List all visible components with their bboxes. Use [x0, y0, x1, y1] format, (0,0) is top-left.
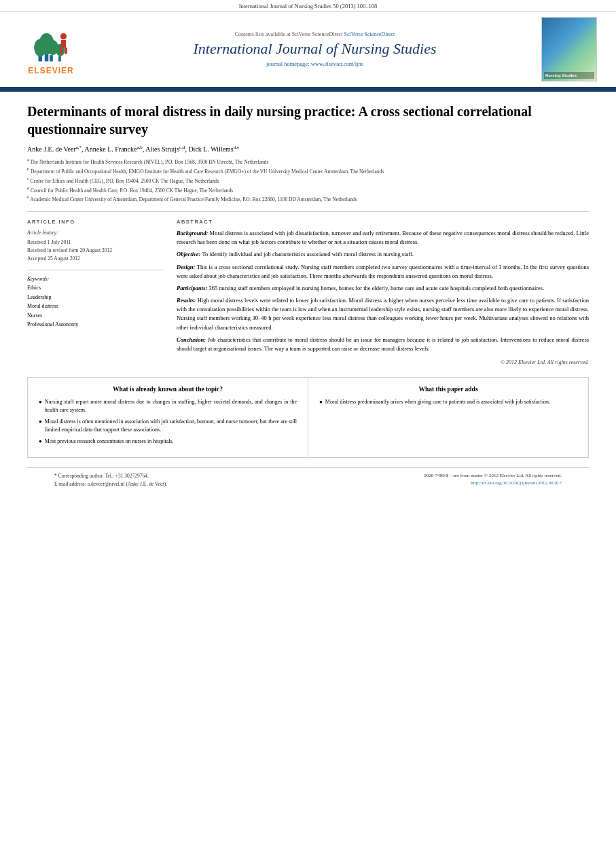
sciverse-link[interactable]: SciVerse ScienceDirect	[344, 31, 395, 37]
bullet-dot-3: ●	[39, 437, 42, 446]
bullet-dot-2: ●	[39, 418, 42, 434]
affil-a: a The Netherlands Institute for Health S…	[27, 157, 589, 166]
affil-d: d Council for Public Health and Health C…	[27, 185, 589, 194]
abstract-label: ABSTRACT	[177, 219, 589, 225]
keyword-professional-autonomy: Professional Autonomy	[27, 320, 163, 329]
accepted-date: Accepted 25 August 2012	[27, 255, 163, 263]
conclusion-label: Conclusion:	[177, 336, 206, 343]
history-title: Article history:	[27, 229, 163, 237]
author-alies: Alies Struijs	[145, 145, 179, 153]
corresponding-note: * Corresponding author. Tel.: +31 302729…	[54, 472, 167, 481]
objective-text: To identify individual and job character…	[202, 251, 414, 257]
keywords-section: Keywords: Ethics Leadership Moral distre…	[27, 276, 163, 329]
author-anneke: Anneke L. Francke	[85, 145, 137, 153]
abstract-background: Background: Moral distress is associated…	[177, 229, 589, 247]
article-history: Article history: Received 1 July 2011 Re…	[27, 229, 163, 263]
journal-reference-bar: International Journal of Nursing Studies…	[0, 0, 616, 12]
left-bullet-1: ● Nursing staff report more moral distre…	[39, 398, 297, 414]
bottom-left-panel: What is already known about the topic? ●…	[28, 378, 308, 457]
design-text: This is a cross sectional correlational …	[177, 264, 589, 279]
right-bullet-1: ● Moral distress predominantly arises wh…	[319, 398, 577, 406]
paper-content: Determinants of moral distress in daily …	[0, 92, 616, 504]
svg-rect-11	[65, 48, 67, 54]
journal-title-area: Contents lists available at SciVerse Sci…	[88, 31, 541, 67]
keyword-nurses: Nurses	[27, 311, 163, 321]
svg-rect-5	[50, 55, 53, 61]
abstract-participants: Participants: 365 nursing staff members …	[177, 284, 589, 293]
abstract-body: Background: Moral distress is associated…	[177, 229, 589, 367]
paper-title: Determinants of moral distress in daily …	[27, 103, 589, 138]
received-date: Received 1 July 2011	[27, 238, 163, 247]
affil-c: c Centre for Ethics and Health (CEG), P.…	[27, 176, 589, 185]
background-text: Moral distress is associated with job di…	[177, 230, 589, 245]
keywords-title: Keywords:	[27, 276, 163, 282]
right-column: ABSTRACT Background: Moral distress is a…	[177, 219, 589, 367]
keyword-leadership: Leadership	[27, 293, 163, 302]
journal-cover-title: Nursing Studies	[544, 72, 594, 79]
left-bullet-2: ● Moral distress is often mentioned in a…	[39, 418, 297, 434]
copyright-line: © 2012 Elsevier Ltd. All rights reserved…	[177, 359, 589, 367]
journal-title: International Journal of Nursing Studies	[88, 40, 541, 58]
footer: * Corresponding author. Tel.: +31 302729…	[27, 467, 589, 494]
left-column: ARTICLE INFO Article history: Received 1…	[27, 219, 163, 367]
doi-line: http://dx.doi.org/10.1016/j.ijnurstu.201…	[424, 480, 562, 488]
svg-rect-9	[61, 40, 66, 48]
keyword-ethics: Ethics	[27, 283, 163, 293]
footer-left: * Corresponding author. Tel.: +31 302729…	[54, 472, 167, 490]
design-label: Design:	[177, 264, 195, 270]
bullet-dot-1: ●	[39, 398, 42, 414]
left-bullet-3: ● Most previous research concentrates on…	[39, 437, 297, 446]
svg-rect-1	[45, 54, 49, 61]
affil-e: e Academic Medical Center University of …	[27, 194, 589, 203]
elsevier-logo: ELSEVIER	[14, 24, 88, 75]
participants-label: Participants:	[177, 285, 207, 291]
authors-line: Anke J.E. de Veera,*, Anneke L. Franckea…	[27, 145, 589, 153]
bottom-right-panel: What this paper adds ● Moral distress pr…	[308, 378, 588, 457]
affiliations: a The Netherlands Institute for Health S…	[27, 157, 589, 203]
participants-text: 365 nursing staff members employed in nu…	[209, 285, 544, 291]
keyword-moral-distress: Moral distress	[27, 302, 163, 311]
results-label: Results:	[177, 297, 196, 304]
results-text: High moral distress levels were related …	[177, 297, 589, 331]
revised-date: Received in revised form 20 August 2012	[27, 247, 163, 255]
bottom-box: What is already known about the topic? ●…	[27, 377, 589, 458]
bottom-right-title: What this paper adds	[319, 386, 577, 393]
bottom-left-title: What is already known about the topic?	[39, 386, 297, 393]
abstract-design: Design: This is a cross sectional correl…	[177, 263, 589, 281]
author-dick: Dick L. Willems	[188, 145, 233, 153]
journal-header: ELSEVIER Contents lists available at Sci…	[0, 12, 616, 89]
email-note: E-mail address: a.deveer@nivel.nl (Anke …	[54, 480, 167, 489]
background-label: Background:	[177, 230, 208, 236]
journal-cover: Nursing Studies	[541, 17, 602, 82]
abstract-results: Results: High moral distress levels were…	[177, 296, 589, 332]
contents-line: Contents lists available at SciVerse Sci…	[88, 31, 541, 37]
journal-reference-text: International Journal of Nursing Studies…	[239, 3, 378, 10]
issn-line: 0020-7489/$ – see front matter © 2012 El…	[424, 472, 562, 480]
footer-right: 0020-7489/$ – see front matter © 2012 El…	[424, 472, 562, 488]
svg-point-8	[60, 33, 67, 39]
abstract-conclusion: Conclusion: Job characteristics that con…	[177, 336, 589, 353]
elsevier-tree-icon	[24, 24, 78, 65]
keywords-divider	[27, 270, 163, 270]
article-body: ARTICLE INFO Article history: Received 1…	[27, 219, 589, 367]
doi-link[interactable]: http://dx.doi.org/10.1016/j.ijnurstu.201…	[471, 480, 562, 486]
objective-label: Objective:	[177, 251, 200, 257]
svg-rect-10	[60, 48, 62, 54]
article-info-label: ARTICLE INFO	[27, 219, 163, 225]
affil-b: b Department of Public and Occupational …	[27, 166, 589, 175]
author-anke: Anke J.E. de Veer	[27, 145, 76, 153]
conclusion-text: Job characteristics that contribute to m…	[177, 336, 589, 352]
section-divider-1	[27, 211, 589, 212]
svg-rect-7	[58, 56, 61, 61]
bullet-dot-r1: ●	[319, 398, 323, 406]
abstract-objective: Objective: To identify individual and jo…	[177, 250, 589, 259]
journal-homepage: journal homepage: www.elsevier.com/ijns	[88, 60, 541, 67]
elsevier-brand-text: ELSEVIER	[28, 66, 73, 75]
